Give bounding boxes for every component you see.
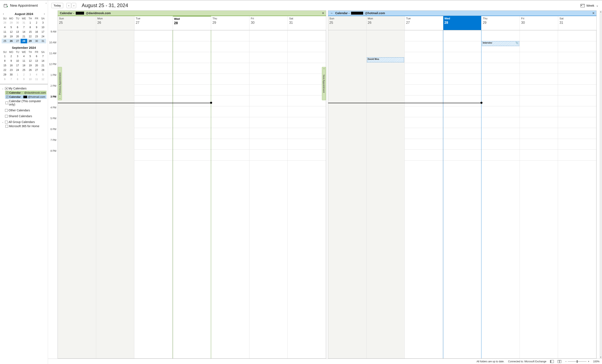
grid-column[interactable] xyxy=(328,30,366,358)
day-header[interactable]: Sat31 xyxy=(288,16,326,30)
day-header[interactable]: Sun25 xyxy=(328,16,366,30)
mini-cal-day[interactable]: 6 xyxy=(33,54,40,59)
mini-cal-day[interactable]: 28 xyxy=(2,21,8,25)
mini-cal-day[interactable]: 24 xyxy=(40,34,46,39)
grid-column[interactable] xyxy=(405,30,443,358)
mini-cal-day[interactable]: 21 xyxy=(40,63,46,68)
grid-column[interactable] xyxy=(211,30,249,358)
reading-view-icon[interactable] xyxy=(558,360,561,363)
mini-cal-day[interactable]: 5 xyxy=(8,25,14,30)
next-week-button[interactable]: › xyxy=(72,3,76,8)
grid-column[interactable] xyxy=(520,30,558,358)
mini-cal-day[interactable]: 21 xyxy=(21,34,27,39)
mini-cal-day[interactable]: 15 xyxy=(27,30,33,34)
mini-cal-day[interactable]: 7 xyxy=(8,77,14,82)
new-appointment-button[interactable]: New Appointment xyxy=(0,0,48,11)
calendar-entry-hotmail[interactable]: Calendar - @hotmail.com xyxy=(5,95,46,99)
mini-cal-day[interactable]: 1 xyxy=(14,72,21,77)
mini-cal-day[interactable]: 2 xyxy=(21,72,27,77)
mini-cal-day[interactable]: 10 xyxy=(14,59,21,63)
mini-cal-day[interactable]: 19 xyxy=(8,34,14,39)
mini-cal-day[interactable]: 14 xyxy=(21,30,27,34)
mini-cal-day[interactable]: 30 xyxy=(8,72,14,77)
day-header[interactable]: Thu29 xyxy=(211,16,249,30)
mini-cal-day[interactable]: 28 xyxy=(40,68,46,72)
mini-cal-day[interactable]: 15 xyxy=(2,63,8,68)
mini-cal-day[interactable]: 11 xyxy=(21,59,27,63)
checkbox-checked-icon[interactable] xyxy=(6,95,8,98)
normal-view-icon[interactable] xyxy=(550,360,554,363)
mini-cal-day[interactable]: 12 xyxy=(40,77,46,82)
mini-cal-day[interactable]: 11 xyxy=(33,77,40,82)
tree-other-calendars[interactable]: Other Calendars xyxy=(0,108,47,112)
checkbox-icon[interactable] xyxy=(5,102,8,104)
mini-cal-day[interactable]: 30 xyxy=(33,39,40,43)
mini-cal-day[interactable]: 5 xyxy=(27,54,33,59)
day-header[interactable]: Mon26 xyxy=(366,16,405,30)
mini-cal-day[interactable]: 4 xyxy=(33,72,40,77)
mini-cal-day[interactable]: 13 xyxy=(33,59,40,63)
grid-column[interactable]: David Mos xyxy=(366,30,405,358)
mini-cal-day[interactable]: 27 xyxy=(14,39,21,43)
mini-cal-day[interactable]: 4 xyxy=(2,25,8,30)
day-header[interactable]: Mon26 xyxy=(96,16,135,30)
grid-column[interactable] xyxy=(249,30,288,358)
mini-cal-day[interactable]: 27 xyxy=(33,68,40,72)
grid-column[interactable]: Interviev📎 xyxy=(482,30,520,358)
mini-cal-day[interactable]: 16 xyxy=(33,30,40,34)
checkbox-icon[interactable] xyxy=(5,121,8,124)
mini-cal-day[interactable]: 20 xyxy=(33,63,40,68)
calendar-event[interactable]: David Mos xyxy=(367,57,404,62)
mini-cal-day[interactable]: 26 xyxy=(8,39,14,43)
grid-column[interactable] xyxy=(288,30,326,358)
previous-appointment-tab[interactable]: ‹Previous Appointment xyxy=(58,67,62,100)
checkbox-icon[interactable] xyxy=(5,109,8,112)
pane-header[interactable]: ←Calendar - @hotmail.com✕ xyxy=(328,11,596,16)
mini-cal-day[interactable]: 8 xyxy=(27,25,33,30)
mini-cal-day[interactable]: 17 xyxy=(40,30,46,34)
mini-cal-day[interactable]: 31 xyxy=(40,39,46,43)
mini-cal-day[interactable]: 18 xyxy=(21,63,27,68)
mini-cal-day[interactable]: 3 xyxy=(40,21,46,25)
tree-shared-calendars[interactable]: Shared Calendars xyxy=(0,114,47,118)
mini-cal-day[interactable]: 29 xyxy=(8,21,14,25)
mini-cal-day[interactable]: 2 xyxy=(33,21,40,25)
mini-cal-day[interactable]: 10 xyxy=(40,25,46,30)
mini-cal-day[interactable]: 3 xyxy=(27,72,33,77)
zoom-in-icon[interactable]: + xyxy=(588,360,589,363)
calendar-event[interactable]: Interviev📎 xyxy=(482,41,519,46)
day-header[interactable]: Fri30 xyxy=(520,16,558,30)
next-appointment-tab[interactable]: ›Next Appointment xyxy=(322,67,326,100)
mini-cal-day[interactable]: 7 xyxy=(40,54,46,59)
mini-cal-day[interactable]: 10 xyxy=(27,77,33,82)
mini-cal-day[interactable]: 14 xyxy=(40,59,46,63)
mini-cal-day[interactable]: 30 xyxy=(14,21,21,25)
grid-column[interactable] xyxy=(173,30,211,358)
mini-cal-day[interactable]: 22 xyxy=(2,68,8,72)
prev-week-button[interactable]: ‹ xyxy=(66,3,71,8)
day-header[interactable]: Tue27 xyxy=(405,16,443,30)
mini-cal-day[interactable]: 13 xyxy=(14,30,21,34)
mini-cal-day[interactable]: 26 xyxy=(27,68,33,72)
mini-cal-day[interactable]: 4 xyxy=(21,54,27,59)
day-header[interactable]: Wed28 xyxy=(173,16,211,30)
view-picker[interactable]: Week ⌄ xyxy=(580,4,599,7)
calendar-entry-davidmosk[interactable]: Calendar - @davidmosk.com xyxy=(5,91,46,95)
mini-cal-day[interactable]: 23 xyxy=(33,34,40,39)
day-header[interactable]: Sat31 xyxy=(558,16,596,30)
mini-cal-prev[interactable]: ‹ xyxy=(2,12,5,16)
mini-cal-day[interactable]: 25 xyxy=(2,39,8,43)
mini-cal-day[interactable]: 25 xyxy=(21,68,27,72)
grid-column[interactable] xyxy=(96,30,135,358)
mini-cal-day[interactable]: 19 xyxy=(27,63,33,68)
mini-cal-day[interactable]: 8 xyxy=(2,59,8,63)
scroll-down-icon[interactable]: ▼ xyxy=(600,356,602,359)
checkbox-icon[interactable] xyxy=(5,115,8,118)
mini-cal-day[interactable]: 9 xyxy=(21,77,27,82)
mini-cal-day[interactable]: 24 xyxy=(14,68,21,72)
calendar-entry-local[interactable]: Calendar (This computer only) xyxy=(0,99,47,106)
vertical-scrollbar[interactable]: ▲ ▼ xyxy=(600,10,602,359)
tree-all-group-calendars[interactable]: ⌄ All Group Calendars xyxy=(0,120,47,124)
mini-cal-day[interactable]: 9 xyxy=(33,25,40,30)
close-icon[interactable]: ✕ xyxy=(322,11,324,15)
